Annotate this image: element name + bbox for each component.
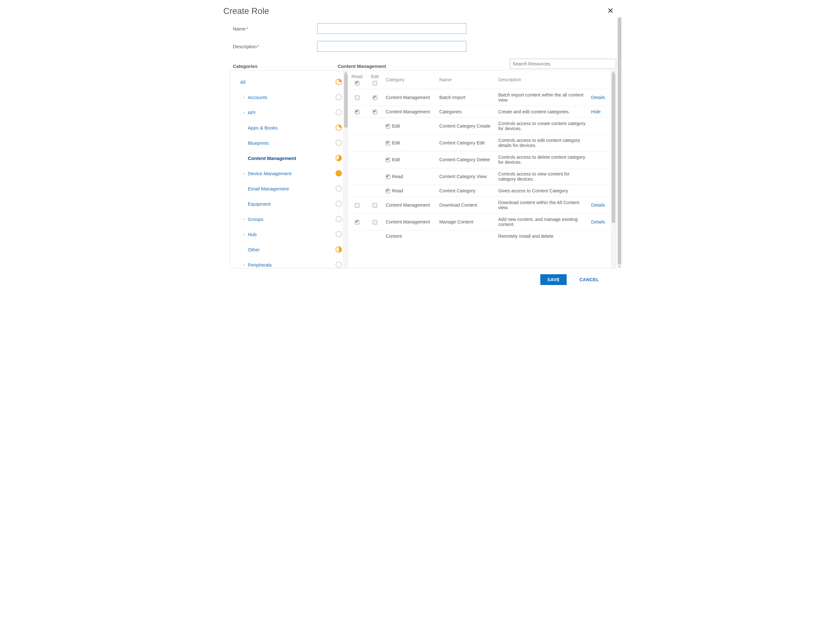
table-scrollbar[interactable]: ▲ — [611, 71, 616, 268]
sub-permission-checkbox[interactable] — [386, 141, 390, 145]
sub-permission-checkbox[interactable] — [386, 158, 390, 162]
row-action — [589, 151, 611, 168]
col-edit-header: Edit — [371, 74, 379, 79]
permission-checkbox[interactable] — [355, 110, 359, 114]
category-item[interactable]: ›Device Management — [236, 166, 343, 181]
sub-permission-label: Edit — [392, 157, 400, 162]
row-action — [589, 168, 611, 185]
category-label: Accounts — [248, 94, 335, 100]
categories-heading: Categories — [224, 63, 338, 69]
completion-pie-icon — [335, 261, 342, 268]
sub-permission-label: Read — [392, 188, 403, 193]
description-label: Description* — [224, 44, 317, 49]
row-action-link[interactable]: Hide — [591, 109, 601, 114]
col-name-header: Name — [437, 71, 497, 89]
row-name: Manage Content — [437, 213, 497, 230]
completion-pie-icon — [335, 79, 342, 85]
category-label: Device Management — [248, 171, 335, 176]
row-name: Content Category Edit — [437, 134, 497, 151]
category-label: Groups — [248, 216, 335, 222]
read-all-checkbox[interactable] — [355, 81, 359, 85]
category-item[interactable]: Content Management — [236, 150, 343, 166]
row-action — [589, 230, 611, 242]
col-description-header: Description — [496, 71, 589, 89]
permission-checkbox[interactable] — [355, 203, 359, 208]
permission-checkbox[interactable] — [373, 220, 377, 224]
row-description: Remotely install and delete — [496, 230, 589, 242]
category-item[interactable]: Email Management — [236, 181, 343, 196]
completion-pie-icon — [335, 140, 342, 146]
category-item[interactable]: All — [236, 74, 343, 90]
category-item[interactable]: Equipment — [236, 196, 343, 212]
category-label: API — [248, 110, 335, 115]
dialog-scrollbar[interactable]: ▼ — [617, 17, 622, 268]
chevron-right-icon: › — [244, 110, 247, 114]
category-label: Content Management — [248, 156, 335, 161]
completion-pie-icon — [335, 94, 342, 100]
category-label: Blueprints — [248, 140, 335, 146]
row-name: Content Category Delete — [437, 151, 497, 168]
sidebar-scrollbar[interactable]: ▲ — [343, 71, 348, 268]
category-item[interactable]: ›Peripherals — [236, 257, 343, 268]
row-name: Categories — [437, 106, 497, 117]
sub-permission-label: Edit — [392, 140, 400, 145]
row-name: Content Category — [437, 185, 497, 196]
row-description: Create and edit content categories. — [496, 106, 589, 117]
row-description: Controls access to edit content category… — [496, 134, 589, 151]
description-input[interactable] — [317, 41, 466, 52]
chevron-right-icon: › — [244, 95, 247, 99]
chevron-right-icon: › — [244, 171, 247, 175]
row-category: Content Management — [384, 106, 437, 117]
chevron-right-icon: › — [244, 232, 247, 236]
category-item[interactable]: ›Hub — [236, 227, 343, 242]
cancel-button[interactable]: CANCEL — [578, 277, 601, 283]
completion-pie-icon — [335, 201, 342, 207]
completion-pie-icon — [335, 109, 342, 116]
row-action-link[interactable]: Details — [591, 202, 605, 208]
table-row: ContentRemotely install and delete — [348, 230, 611, 242]
search-input[interactable] — [510, 59, 616, 69]
row-action — [589, 117, 611, 134]
category-label: Email Management — [248, 186, 335, 192]
row-name: Batch Import — [437, 89, 497, 106]
edit-all-checkbox[interactable] — [373, 81, 377, 85]
row-action-link[interactable]: Details — [591, 219, 605, 224]
sub-permission-checkbox[interactable] — [386, 124, 390, 128]
sub-permission-checkbox[interactable] — [386, 189, 390, 193]
category-item[interactable]: ›API — [236, 105, 343, 120]
row-description: Controls access to view content for cate… — [496, 168, 589, 185]
category-item[interactable]: Other — [236, 242, 343, 257]
category-item[interactable]: ›Groups — [236, 212, 343, 227]
name-label: Name* — [224, 26, 317, 31]
chevron-right-icon: › — [244, 217, 247, 221]
completion-pie-icon — [335, 155, 342, 161]
row-action — [589, 134, 611, 151]
col-category-header: Category — [384, 71, 437, 89]
row-category: Content Management — [384, 196, 437, 213]
sub-permission-label: Edit — [392, 124, 400, 128]
completion-pie-icon — [335, 216, 342, 222]
row-name: Content Category View — [437, 168, 497, 185]
permission-checkbox[interactable] — [373, 203, 377, 208]
row-action-link[interactable]: Details — [591, 95, 605, 100]
save-button[interactable]: SAVE — [540, 274, 567, 285]
category-label: All — [240, 79, 335, 85]
name-input[interactable] — [317, 23, 466, 34]
chevron-right-icon: › — [244, 263, 247, 267]
category-item[interactable]: Blueprints — [236, 135, 343, 150]
completion-pie-icon — [335, 170, 342, 176]
category-item[interactable]: Apps & Books — [236, 120, 343, 135]
permission-checkbox[interactable] — [355, 220, 359, 224]
table-row: ReadContent Category ViewControls access… — [348, 168, 611, 185]
category-label: Other — [248, 247, 335, 252]
permission-checkbox[interactable] — [355, 96, 359, 100]
table-row: ReadContent CategoryGives access to Cont… — [348, 185, 611, 196]
sub-permission-checkbox[interactable] — [386, 175, 390, 179]
close-icon[interactable]: ✕ — [607, 6, 614, 15]
category-item[interactable]: ›Accounts — [236, 90, 343, 105]
permission-checkbox[interactable] — [373, 110, 377, 114]
table-row: Content ManagementCategoriesCreate and e… — [348, 106, 611, 117]
completion-pie-icon — [335, 124, 342, 131]
row-description: Add new content, and manage existing con… — [496, 213, 589, 230]
permission-checkbox[interactable] — [373, 96, 377, 100]
